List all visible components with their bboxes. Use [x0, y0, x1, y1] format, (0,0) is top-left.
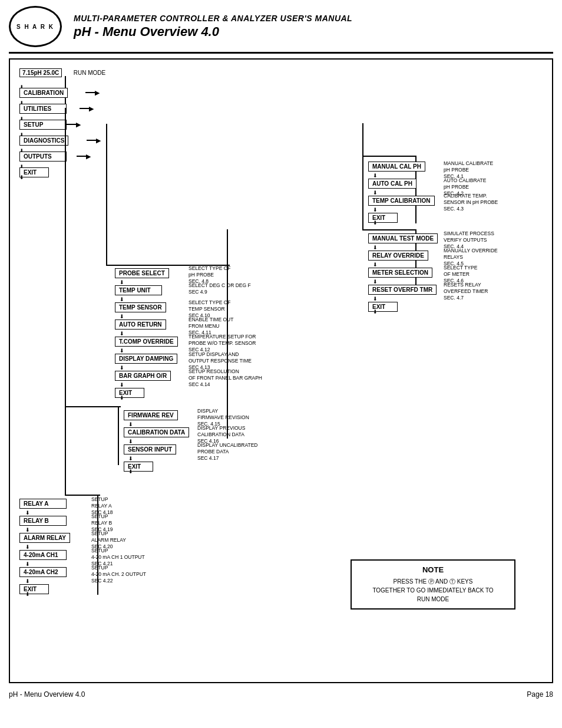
run-mode-label: RUN MODE — [74, 70, 105, 76]
header-title: MULTI-PARAMETER CONTROLLER & ANALYZER US… — [74, 14, 553, 23]
temp-cal-desc-text: CALIBRATE TEMP.SENSOR IN pH PROBESEC. 4.… — [444, 193, 498, 212]
diagnostics-item: DIAGNOSTICS — [19, 134, 68, 146]
utilities-item: UTILITIES — [19, 103, 67, 114]
temp-unit-desc: SELECT DEG C OR DEG FSEC 4.9 — [189, 282, 251, 295]
setup-arrow-head: ▶ — [76, 121, 81, 129]
setup-label: SETUP — [19, 120, 67, 130]
util-arrow-head: ▶ — [89, 105, 94, 113]
exit-out-label: EXIT — [19, 584, 49, 594]
diagnostics-label: DIAGNOSTICS — [19, 136, 68, 146]
footer-left: pH - Menu Overview 4.0 — [9, 690, 85, 699]
util-sub-vert — [118, 406, 119, 465]
down-icon-exit-diag: ⬇ — [373, 305, 378, 316]
tcomp-desc-text: TEMPERATURE SETUP FORPROBE W/O TEMP. SEN… — [189, 334, 256, 353]
out-arrow-head: ▶ — [86, 153, 91, 160]
diagram: 7.15pH 25.0C RUN MODE ⬇ CALIBRATION ▶ ⬇ … — [15, 64, 547, 677]
footer: pH - Menu Overview 4.0 Page 18 — [9, 688, 553, 701]
ma-ch2-desc-text: SETUP4-20 mA CH. 2 OUTPUTSEC 4.22 — [91, 565, 146, 584]
setup-sub-v — [106, 124, 107, 265]
down-icon-exit-util: ⬇ — [128, 465, 133, 476]
reset-overfd-desc-text: RESETS RELAYOVERFEED TIMERSEC. 4.7 — [444, 282, 488, 301]
note-box: NOTE PRESS THE Ⓟ AND Ⓣ KEYSTOGETHER TO G… — [351, 559, 515, 610]
calibration-item: CALIBRATION — [19, 87, 68, 98]
temp-unit-desc-text: SELECT DEG C OR DEG FSEC 4.9 — [189, 282, 251, 295]
exit-out-item: EXIT — [19, 583, 49, 594]
diagram-box: 7.15pH 25.0C RUN MODE ⬇ CALIBRATION ▶ ⬇ … — [9, 58, 553, 683]
sensor-input-desc: DISPLAY UNCALIBRATEDPROBE DATASEC 4.17 — [197, 442, 258, 462]
bar-graph-desc-text: SETUP RESOLUTIONOF FRONT PANEL BAR GRAPH… — [189, 368, 262, 388]
header-subtitle: pH - Menu Overview 4.0 — [74, 24, 553, 39]
tcomp-desc: TEMPERATURE SETUP FORPROBE W/O TEMP. SEN… — [189, 334, 256, 353]
utilities-label: UTILITIES — [19, 104, 67, 114]
reset-overfd-label: RESET OVERFD TMR — [368, 285, 437, 295]
page: S H A R K MULTI-PARAMETER CONTROLLER & A… — [0, 0, 562, 728]
footer-right: Page 18 — [527, 690, 553, 699]
ma-ch2-desc: SETUP4-20 mA CH. 2 OUTPUTSEC 4.22 — [91, 565, 146, 584]
util-sub-h — [65, 406, 121, 407]
outputs-label: OUTPUTS — [19, 151, 67, 162]
down-icon-exit-main: ⬇ — [19, 171, 24, 182]
note-text: PRESS THE Ⓟ AND Ⓣ KEYSTOGETHER TO GO IMM… — [361, 577, 505, 604]
sensor-input-desc-text: DISPLAY UNCALIBRATEDPROBE DATASEC 4.17 — [197, 442, 258, 462]
manual-test-label: MANUAL TEST MODE — [368, 233, 438, 243]
setup-item: SETUP — [19, 118, 67, 130]
cal-top-line — [362, 156, 415, 157]
run-mode-display: 7.15pH 25.0C RUN MODE — [19, 67, 105, 77]
reset-overfd-desc: RESETS RELAYOVERFEED TIMERSEC. 4.7 — [444, 282, 488, 301]
diag-arrow-head: ▶ — [96, 137, 101, 144]
down-icon-exit-cal: ⬇ — [373, 216, 378, 227]
down-icon-exit-out: ⬇ — [25, 588, 30, 598]
cal-data-label: CALIBRATION DATA — [124, 427, 189, 437]
out-sub-v — [65, 156, 66, 495]
logo-text: S H A R K — [16, 24, 54, 30]
out-sub-h — [65, 495, 100, 496]
header-text: MULTI-PARAMETER CONTROLLER & ANALYZER US… — [74, 14, 553, 39]
logo: S H A R K — [9, 6, 62, 47]
bar-graph-desc: SETUP RESOLUTIONOF FRONT PANEL BAR GRAPH… — [189, 368, 262, 388]
meter-sel-item: METER SELECTION — [368, 266, 432, 278]
meter-sel-label: METER SELECTION — [368, 268, 432, 278]
diag-sub-top-h — [362, 229, 415, 230]
diag-sub-top-v — [362, 140, 363, 229]
manual-test-item: MANUAL TEST MODE — [368, 232, 438, 243]
calibration-label: CALIBRATION — [19, 88, 68, 98]
run-mode-value: 7.15pH 25.0C — [19, 68, 62, 77]
temp-cal-item: TEMP CALIBRATION — [368, 195, 435, 206]
cal-data-item: CALIBRATION DATA — [124, 426, 189, 437]
temp-cal-label: TEMP CALIBRATION — [368, 196, 435, 206]
temp-cal-desc: CALIBRATE TEMP.SENSOR IN pH PROBESEC. 4.… — [444, 193, 498, 212]
header: S H A R K MULTI-PARAMETER CONTROLLER & A… — [9, 6, 553, 54]
cal-arrow-head: ▶ — [95, 89, 100, 97]
down-icon-exit-setup: ⬇ — [120, 391, 124, 402]
outputs-item: OUTPUTS — [19, 150, 67, 162]
note-title: NOTE — [361, 565, 505, 574]
reset-overfd-item: RESET OVERFD TMR — [368, 284, 437, 295]
